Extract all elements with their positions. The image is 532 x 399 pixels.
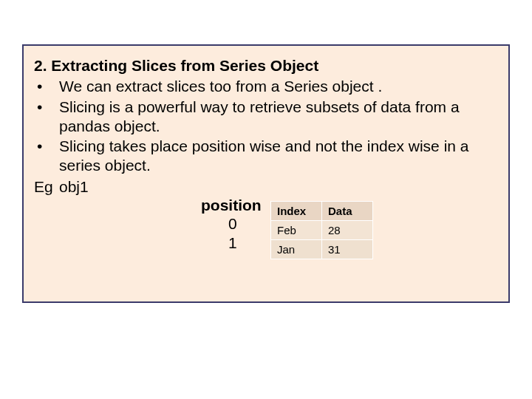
bullet-text: Slicing is a powerful way to retrieve su… [59,98,498,137]
slide: 2. Extracting Slices from Series Object … [0,0,532,399]
position-value: 0 [201,214,265,233]
position-value: 1 [201,233,265,253]
content-body: 2. Extracting Slices from Series Object … [34,56,498,197]
table-row: Jan 31 [271,240,373,259]
bullet-item: • We can extract slices too from a Serie… [34,77,498,96]
example-label: Eg [34,177,59,197]
bullet-icon: • [34,137,59,176]
table-cell: Feb [271,221,322,240]
bullet-item: • Slicing is a powerful way to retrieve … [34,98,498,137]
table-header-row: Index Data [271,202,373,221]
table-cell: Jan [271,240,322,259]
bullet-item: • Slicing takes place position wise and … [34,137,498,176]
position-header: position [201,197,265,214]
bullet-text: Slicing takes place position wise and no… [59,137,498,176]
table-cell: 28 [322,221,373,240]
bullet-icon: • [34,98,59,137]
series-table: Index Data Feb 28 Jan 31 [270,201,373,259]
table-row: Feb 28 [271,221,373,240]
position-block: position 0 1 [201,197,265,253]
bullet-icon: • [34,77,59,96]
content-panel: 2. Extracting Slices from Series Object … [22,44,510,303]
table-header-index: Index [271,202,322,221]
table-cell: 31 [322,240,373,259]
section-title: 2. Extracting Slices from Series Object [34,56,498,75]
table-header-data: Data [322,202,373,221]
bullet-text: We can extract slices too from a Series … [59,77,498,96]
example-object: obj1 [59,177,89,197]
example-row: Eg obj1 [34,177,498,197]
